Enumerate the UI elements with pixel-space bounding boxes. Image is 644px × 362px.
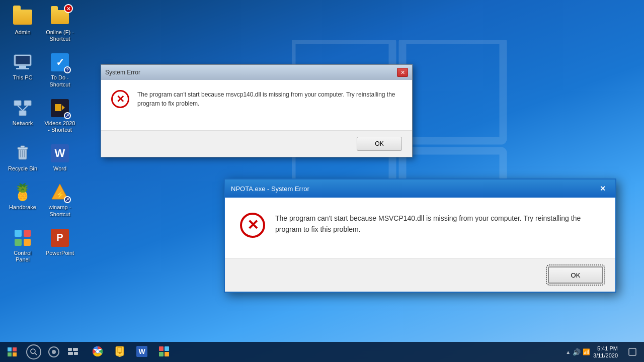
cortana-button[interactable] xyxy=(45,343,62,360)
taskbar-word-icon: W xyxy=(136,346,147,357)
error-icon-large: ✕ xyxy=(240,213,265,238)
svg-rect-36 xyxy=(116,346,124,355)
desktop-icon-powerpoint[interactable]: P PowerPoint xyxy=(42,226,77,265)
tray-icons-area: ▲ 🔊 📶 xyxy=(566,348,590,356)
svg-rect-7 xyxy=(16,56,30,64)
svg-rect-24 xyxy=(24,230,31,237)
tray-up-arrow[interactable]: ▲ xyxy=(566,349,571,355)
control-panel-icon xyxy=(13,228,33,248)
this-pc-label: This PC xyxy=(13,74,32,81)
recycle-bin-label: Recycle Bin xyxy=(8,165,37,172)
taskbar-tiles-icon xyxy=(159,346,169,356)
desktop-icon-this-pc[interactable]: This PC xyxy=(5,50,40,89)
handbrake-label: Handbrake xyxy=(9,204,36,211)
taskbar-pinned-apps: W xyxy=(87,342,566,362)
tray-speaker-icon[interactable]: 🔊 xyxy=(573,348,581,356)
desktop-icon-admin[interactable]: Admin xyxy=(5,5,40,44)
dialog-large-message: The program can't start because MSVCP140… xyxy=(275,213,600,235)
this-pc-icon xyxy=(13,52,33,72)
videos-icon: ↗ xyxy=(50,98,70,118)
desktop-icon-todo[interactable]: ✓ ? To Do - Shortcut xyxy=(42,50,77,89)
handbrake-icon: 🍍 xyxy=(13,182,33,202)
svg-rect-13 xyxy=(55,104,61,111)
desktop-icon-word[interactable]: W Word xyxy=(42,141,77,174)
desktop-icon-handbrake[interactable]: 🍍 Handbrake xyxy=(5,180,40,219)
tray-network-icon[interactable]: 📶 xyxy=(583,348,590,355)
svg-marker-37 xyxy=(116,355,124,357)
powerpoint-icon: P xyxy=(50,228,70,248)
word-label: Word xyxy=(53,165,66,172)
svg-point-35 xyxy=(96,350,99,353)
taskbar-search-area[interactable] xyxy=(26,344,41,359)
task-view-icon xyxy=(68,348,78,356)
notification-center-button[interactable] xyxy=(625,344,640,359)
svg-rect-1 xyxy=(403,40,503,141)
windows-logo-icon xyxy=(8,347,17,356)
svg-rect-23 xyxy=(15,230,22,237)
desktop-icon-winamp[interactable]: ⚡ ↗ winamp - Shortcut xyxy=(42,180,77,219)
admin-label: Admin xyxy=(15,29,30,36)
word-icon: W xyxy=(50,143,70,163)
svg-marker-14 xyxy=(62,105,65,110)
desktop-icon-videos[interactable]: ↗ Videos 2020 - Shortcut xyxy=(42,96,77,135)
dialog-large-titlebar: NPOTA.exe - System Error ✕ xyxy=(225,179,615,198)
taskbar-word[interactable]: W xyxy=(131,342,153,362)
dialog-small-titlebar: System Error ✕ xyxy=(101,65,412,80)
cortana-icon xyxy=(48,346,59,357)
dialog-large-close-button[interactable]: ✕ xyxy=(596,183,609,194)
dialog-small-title: System Error xyxy=(105,69,140,76)
svg-point-39 xyxy=(119,352,121,354)
admin-icon xyxy=(13,7,33,27)
dialog-large-ok-button[interactable]: OK xyxy=(548,266,603,284)
x-badge-icon: ✕ xyxy=(64,4,73,13)
winamp-icon: ⚡ ↗ xyxy=(50,182,70,202)
svg-point-27 xyxy=(31,349,35,353)
ppt-box: P xyxy=(51,229,69,247)
tray-time-display: 5:41 PM xyxy=(593,345,618,352)
videos-label: Videos 2020 - Shortcut xyxy=(44,120,75,133)
task-view-button[interactable] xyxy=(64,343,82,360)
error-x-symbol: ✕ xyxy=(116,94,125,104)
dialog-small-footer: OK xyxy=(101,130,412,157)
error-icon-small: ✕ xyxy=(111,90,129,108)
taskbar-pencil[interactable] xyxy=(109,342,131,362)
tray-date-display: 3/11/2020 xyxy=(593,352,618,359)
todo-icon: ✓ ? xyxy=(50,52,70,72)
dialog-small-close-button[interactable]: ✕ xyxy=(397,68,408,77)
pencil-icon xyxy=(114,346,125,357)
svg-rect-40 xyxy=(629,348,636,355)
system-tray: ▲ 🔊 📶 5:41 PM 3/11/2020 xyxy=(566,344,640,359)
desktop-icon-network[interactable]: Network xyxy=(5,96,40,135)
svg-rect-10 xyxy=(19,111,26,116)
tray-clock[interactable]: 5:41 PM 3/11/2020 xyxy=(593,345,618,359)
svg-rect-5 xyxy=(19,66,26,68)
taskbar-chrome[interactable] xyxy=(87,342,109,362)
svg-rect-29 xyxy=(68,348,72,351)
system-error-dialog-large: NPOTA.exe - System Error ✕ ✕ The program… xyxy=(224,178,616,293)
taskbar-ms-store[interactable] xyxy=(153,342,175,362)
svg-line-28 xyxy=(35,353,37,355)
chrome-icon xyxy=(92,346,103,357)
svg-rect-6 xyxy=(16,68,29,69)
desktop-icon-online-f[interactable]: ✕ Online (F) - Shortcut xyxy=(42,5,77,44)
dialog-large-footer: OK xyxy=(225,258,615,292)
error-x-large-symbol: ✕ xyxy=(247,218,259,232)
svg-line-12 xyxy=(23,106,28,111)
desktop-icon-control-panel[interactable]: Control Panel xyxy=(5,226,40,265)
svg-text:⚡: ⚡ xyxy=(56,191,65,199)
svg-rect-17 xyxy=(21,146,25,148)
network-icon xyxy=(13,98,33,118)
powerpoint-label: PowerPoint xyxy=(46,250,74,256)
dialog-small-ok-button[interactable]: OK xyxy=(357,137,402,151)
start-button[interactable] xyxy=(0,342,24,362)
search-button[interactable] xyxy=(26,344,41,359)
word-box: W xyxy=(51,144,69,162)
svg-rect-9 xyxy=(24,101,31,106)
desktop-icon-recycle-bin[interactable]: Recycle Bin xyxy=(5,141,40,174)
svg-rect-30 xyxy=(73,348,78,351)
todo-label: To Do - Shortcut xyxy=(44,74,75,87)
svg-line-11 xyxy=(18,106,23,111)
svg-rect-32 xyxy=(74,352,78,355)
svg-rect-8 xyxy=(14,101,21,106)
notification-icon xyxy=(628,348,636,356)
